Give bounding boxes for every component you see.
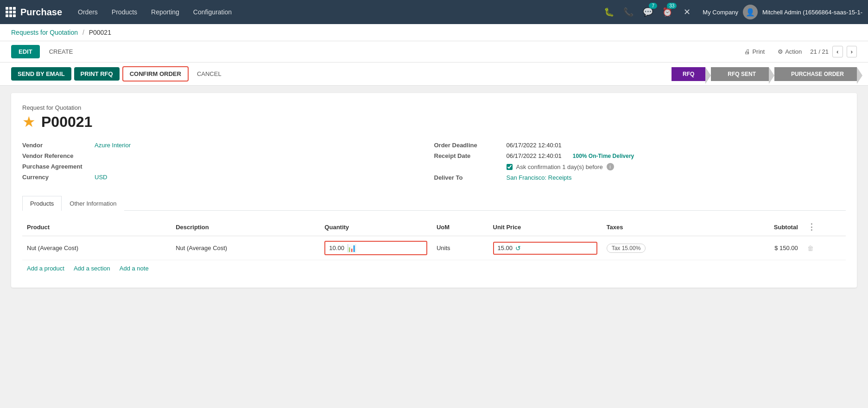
print-label: Print [752,48,765,55]
column-settings-icon[interactable]: ⋮ [807,222,816,232]
col-menu: ⋮ [803,218,846,236]
create-button[interactable]: CREATE [44,45,79,58]
unit-price-value[interactable]: 15.00 [498,245,513,251]
add-section-link[interactable]: Add a section [74,265,110,272]
activity-badge: 33 [667,3,677,9]
breadcrumb-separator: / [82,29,84,36]
tab-other-information[interactable]: Other Information [62,196,124,211]
col-product: Product [22,218,171,236]
menu-products[interactable]: Products [105,6,144,19]
menu-orders[interactable]: Orders [71,6,104,19]
unit-price-cell: 15.00 ↺ [493,242,597,255]
cell-product[interactable]: Nut (Average Cost) [22,236,171,260]
breadcrumb-current: P00021 [89,29,111,36]
table-header-row: Product Description Quantity UoM Unit Pr… [22,218,846,236]
cell-description[interactable]: Nut (Average Cost) [171,236,320,260]
refresh-icon[interactable]: ↺ [515,245,521,252]
vendor-ref-label: Vendor Reference [22,152,87,159]
fields-left: Vendor Azure Interior Vendor Reference P… [22,142,434,185]
deliver-to-field: Deliver To San Francisco: Receipts [434,174,846,181]
ask-confirm-row: Ask confirmation 1 day(s) before i [507,163,846,170]
tab-products[interactable]: Products [22,196,62,211]
step-rfq: RFQ [672,67,705,81]
document-header: Request for Quotation ★ P00021 [22,104,846,131]
receipt-date-value: 06/17/2022 12:40:01 [507,152,562,159]
vendor-value[interactable]: Azure Interior [95,142,131,149]
add-note-link[interactable]: Add a note [120,265,149,272]
pagination-area: 21 / 21 ‹ › [810,46,857,57]
vendor-field: Vendor Azure Interior [22,142,434,149]
add-product-link[interactable]: Add a product [27,265,64,272]
breadcrumb-parent[interactable]: Requests for Quotation [11,29,78,36]
send-email-button[interactable]: SEND BY EMAIL [11,67,71,81]
action-button[interactable]: ⚙ Action [773,45,806,58]
top-navigation: Purchase Orders Products Reporting Confi… [0,0,868,24]
menu-reporting[interactable]: Reporting [145,6,186,19]
star-icon[interactable]: ★ [22,113,36,131]
action-bar: SEND BY EMAIL PRINT RFQ CONFIRM ORDER CA… [0,63,868,86]
tax-badge[interactable]: Tax 15.00% [607,244,646,253]
bug-icon[interactable]: 🐛 [602,5,616,19]
printer-icon: 🖨 [744,48,750,55]
cell-uom[interactable]: Units [432,236,488,260]
col-uom: UoM [432,218,488,236]
cancel-button[interactable]: CANCEL [191,67,227,81]
info-icon[interactable]: i [607,163,614,170]
close-icon[interactable]: ✕ [679,5,694,19]
ask-confirm-checkbox[interactable] [507,164,513,170]
print-rfq-button[interactable]: PRINT RFQ [74,67,120,81]
col-taxes: Taxes [602,218,721,236]
avatar[interactable]: 👤 [743,5,758,19]
receipt-date-label: Receipt Date [434,152,499,159]
grid-icon[interactable] [6,7,16,17]
col-subtotal: Subtotal [721,218,802,236]
document-card: Request for Quotation ★ P00021 Vendor Az… [11,93,857,288]
fields-grid: Vendor Azure Interior Vendor Reference P… [22,142,846,185]
deliver-to-value[interactable]: San Francisco: Receipts [507,174,572,181]
main-menu: Orders Products Reporting Configuration [71,6,600,19]
ask-confirm-label: Ask confirmation 1 day(s) before [516,163,603,170]
table-row: Nut (Average Cost) Nut (Average Cost) 10… [22,236,846,260]
document-title-row: ★ P00021 [22,113,846,131]
activity-icon[interactable]: ⏰ 33 [660,5,675,19]
main-content: Request for Quotation ★ P00021 Vendor Az… [0,86,868,295]
document-number: P00021 [41,113,92,131]
phone-icon[interactable]: 📞 [621,5,636,19]
chat-icon[interactable]: 💬 7 [640,5,655,19]
tab-bar: Products Other Information [22,196,846,211]
delete-row-icon[interactable]: 🗑 [807,245,814,252]
gear-icon: ⚙ [778,48,783,55]
user-name: Mitchell Admin (16566864-saas-15-1- [762,9,862,16]
status-steps: RFQ RFQ SENT PURCHASE ORDER [672,67,857,81]
order-deadline-value: 06/17/2022 12:40:01 [507,142,562,149]
currency-value[interactable]: USD [95,174,107,181]
pagination-text: 21 / 21 [810,48,829,55]
app-title: Purchase [20,7,62,18]
prev-button[interactable]: ‹ [832,46,843,57]
currency-label: Currency [22,174,87,181]
deliver-to-label: Deliver To [434,174,499,181]
cell-taxes: Tax 15.00% [602,236,721,260]
breadcrumb: Requests for Quotation / P00021 [0,24,868,41]
vendor-label: Vendor [22,142,87,149]
confirm-order-button[interactable]: CONFIRM ORDER [122,66,189,82]
cell-delete: 🗑 [803,236,846,260]
order-deadline-field: Order Deadline 06/17/2022 12:40:01 [434,142,846,149]
menu-configuration[interactable]: Configuration [187,6,238,19]
quantity-value[interactable]: 10.00 [329,245,344,251]
cell-quantity: 10.00 📊 [320,236,432,260]
vendor-ref-field: Vendor Reference [22,152,434,159]
step-rfq-sent: RFQ SENT [711,67,769,81]
print-button[interactable]: 🖨 Print [740,45,769,58]
chat-badge: 7 [649,3,657,9]
purchase-agreement-field: Purchase Agreement [22,163,434,170]
col-description: Description [171,218,320,236]
chart-icon[interactable]: 📊 [347,244,356,252]
order-deadline-label: Order Deadline [434,142,499,149]
next-button[interactable]: › [847,46,857,57]
document-type-label: Request for Quotation [22,104,846,111]
edit-button[interactable]: EDIT [11,45,40,58]
app-brand[interactable]: Purchase [6,7,62,18]
quantity-cell: 10.00 📊 [324,241,427,255]
step-purchase-order: PURCHASE ORDER [774,67,857,81]
